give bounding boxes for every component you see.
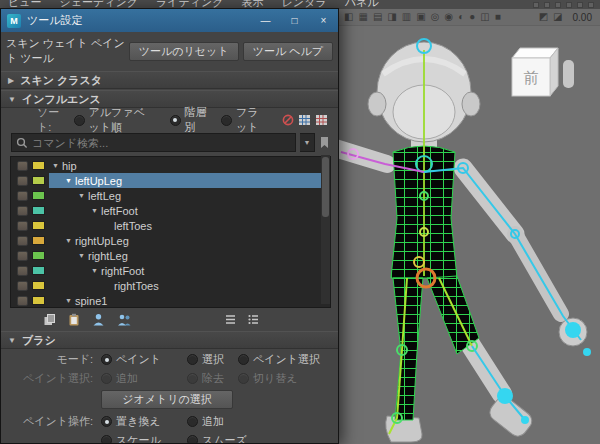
grid-red-icon[interactable] [315,114,328,126]
collapse-arrow-icon: ▼ [8,95,16,104]
radio-mode-paint[interactable]: ペイント [101,352,187,367]
tree-scrollbar-thumb[interactable] [322,157,329,217]
radio-sort-hierarchy[interactable]: 階層別 [170,105,208,135]
section-brush[interactable]: ▼ ブラシ [1,331,338,349]
isolate-icon[interactable]: ◪ [553,12,562,22]
detail-list-view-icon[interactable] [247,314,260,325]
radio-mode-paint-select[interactable]: ペイント選択 [238,352,320,367]
textured-icon[interactable]: ◫ [480,12,489,22]
status-icon[interactable] [533,2,539,8]
joint-name-label: hip [62,160,77,172]
field-chart-icon[interactable]: ▣ [416,12,425,22]
minimize-button[interactable]: — [251,9,280,32]
expand-arrow-icon[interactable]: ▼ [91,267,101,274]
status-icon[interactable] [555,2,561,8]
tree-scrollbar[interactable] [321,155,330,304]
view-cube-handle[interactable] [563,60,574,88]
paste-weights-icon[interactable] [68,313,80,326]
status-icon[interactable] [577,2,583,8]
tree-row-leftFoot[interactable]: ▼leftFoot [11,203,330,218]
bookmark-icon[interactable] [319,136,330,149]
hold-weight-toggle[interactable] [17,281,28,291]
joint-name-label: rightFoot [101,265,144,277]
radio-icon [101,416,112,427]
select-geometry-button[interactable]: ジオメトリの選択 [101,390,233,409]
command-search-input[interactable] [32,137,291,149]
expand-arrow-icon[interactable]: ▼ [65,297,75,304]
tree-row-spine1[interactable]: ▼spine1 [11,293,330,308]
radio-mode-select[interactable]: 選択 [187,352,224,367]
resolution-gate-icon[interactable]: ◨ [387,12,396,22]
tool-header: スキン ウェイト ペイント ツール ツールのリセット ツール ヘルプ [1,32,338,70]
film-gate-icon[interactable]: ▤ [373,12,382,22]
xray-icon[interactable]: ◩ [539,12,548,22]
hold-weight-toggle[interactable] [17,251,28,261]
tree-row-hip[interactable]: ▼hip [11,158,330,173]
lights-icon[interactable]: ■ [495,12,501,22]
show-influence-icon[interactable] [92,313,105,326]
joint-color-swatch [32,266,45,275]
expand-arrow-icon[interactable]: ▼ [91,207,101,214]
radio-sort-flat[interactable]: フラット [221,105,268,135]
search-dropdown-icon[interactable]: ▼ [300,133,315,152]
hold-weight-toggle[interactable] [17,236,28,246]
radio-op-scale[interactable]: スケール [101,433,187,444]
coordinate-field[interactable]: 0.00 [573,12,592,23]
expand-arrow-icon[interactable]: ▼ [65,237,75,244]
tree-row-leftUpLeg[interactable]: ▼leftUpLeg [11,173,330,188]
radio-paint-select-remove[interactable]: 除去 [187,371,224,386]
window-titlebar[interactable]: M ツール設定 — □ × [1,9,338,32]
view-cube[interactable]: 前 [512,48,574,96]
hold-weight-toggle[interactable] [17,176,28,186]
tree-row-leftLeg[interactable]: ▼leftLeg [11,188,330,203]
status-icon[interactable] [566,2,572,8]
remove-influence-icon[interactable] [282,114,294,126]
hold-weight-toggle[interactable] [17,191,28,201]
hold-weight-toggle[interactable] [17,161,28,171]
expand-arrow-icon[interactable]: ▼ [65,177,75,184]
radio-sort-alphabetical[interactable]: アルファベット順 [74,105,156,135]
paint-operation-label: ペイント操作: [1,414,101,429]
safe-title-icon[interactable]: ◉ [444,12,453,22]
radio-paint-select-toggle[interactable]: 切り替え [238,371,298,386]
list-view-icon[interactable] [224,314,237,325]
tree-row-rightLeg[interactable]: ▼rightLeg [11,248,330,263]
status-icon[interactable] [588,2,594,8]
shaded-icon[interactable]: ● [469,12,475,22]
section-skin-cluster[interactable]: ▶ スキン クラスタ [1,71,338,89]
show-all-influences-icon[interactable] [117,313,132,326]
influence-display-icons [282,114,328,126]
wireframe-icon[interactable]: ◐ [458,12,464,22]
radio-op-add[interactable]: 追加 [187,414,224,429]
radio-paint-select-add[interactable]: 追加 [101,371,187,386]
hold-weight-toggle[interactable] [17,206,28,216]
expand-arrow-icon[interactable]: ▼ [78,192,88,199]
hold-weight-toggle[interactable] [17,296,28,306]
tool-help-button[interactable]: ツール ヘルプ [243,42,333,61]
hold-weight-toggle[interactable] [17,266,28,276]
grid-icon[interactable]: ▦ [358,12,367,22]
status-icon[interactable] [544,2,550,8]
reset-tool-button[interactable]: ツールのリセット [129,42,239,61]
safe-action-icon[interactable]: ◎ [431,12,440,22]
expand-arrow-icon[interactable]: ▼ [78,252,88,259]
grid-blue-icon[interactable] [298,114,311,126]
tree-row-rightToes[interactable]: rightToes [11,278,330,293]
tree-row-rightFoot[interactable]: ▼rightFoot [11,263,330,278]
hold-weight-toggle[interactable] [17,221,28,231]
radio-op-smooth[interactable]: スムーズ [187,433,247,444]
tree-row-leftToes[interactable]: leftToes [11,218,330,233]
copy-weights-icon[interactable] [43,313,56,326]
menu-panels[interactable]: パネル [345,0,379,9]
radio-icon [187,435,198,444]
gate-mask-icon[interactable]: ▥ [402,12,411,22]
viewport-canvas[interactable]: 前 [339,26,600,444]
close-button[interactable]: × [309,9,338,32]
radio-op-replace[interactable]: 置き換え [101,414,187,429]
joint-color-swatch [32,206,45,215]
joint-color-swatch [32,251,45,260]
maximize-button[interactable]: □ [280,9,309,32]
expand-arrow-icon[interactable]: ▼ [52,162,62,169]
select-icon[interactable]: ◧ [344,12,353,22]
tree-row-rightUpLeg[interactable]: ▼rightUpLeg [11,233,330,248]
